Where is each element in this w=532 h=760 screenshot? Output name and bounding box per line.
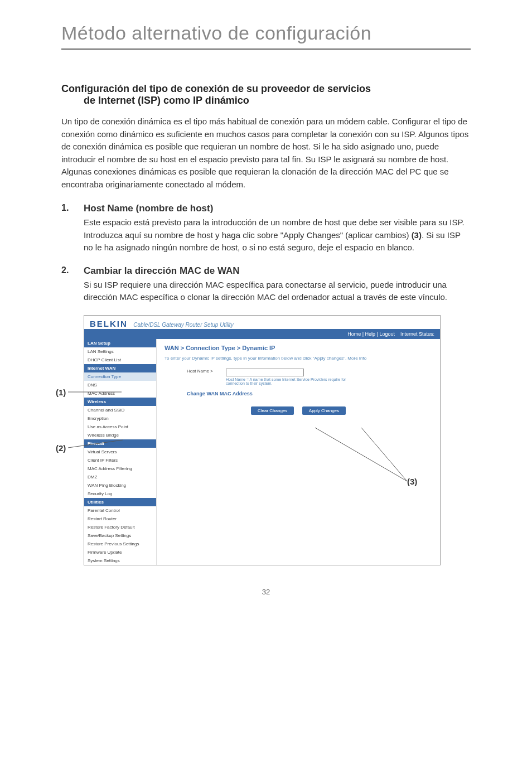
top-bar-links[interactable]: Home | Help | Logout (347, 331, 395, 337)
nav-cat-utilities: Utilities (84, 498, 156, 506)
nav-connection-type[interactable]: Connection Type (84, 372, 156, 381)
nav-virtual-servers[interactable]: Virtual Servers (84, 448, 156, 456)
list-title: Host Name (nombre de host) (84, 203, 471, 214)
info-text: To enter your Dynamic IP settings, type … (165, 356, 432, 361)
nav-wireless-bridge[interactable]: Wireless Bridge (84, 431, 156, 439)
change-mac-link[interactable]: Change WAN MAC Address (187, 391, 432, 396)
page-number: 32 (61, 588, 471, 596)
host-name-row: Host Name > Host Name = A name that some… (165, 369, 432, 385)
nav-dmz[interactable]: DMZ (84, 473, 156, 481)
list-body-pre: Si su ISP requiere una dirección MAC esp… (84, 280, 447, 302)
title-divider (61, 49, 471, 50)
list-body-pre: Este espacio está previsto para la intro… (84, 217, 465, 240)
clear-changes-button[interactable]: Clear Changes (251, 406, 294, 415)
section-heading-sub: de Internet (ISP) como IP dinámico (61, 95, 249, 106)
host-name-input[interactable] (226, 369, 304, 376)
nav-cat-lan: LAN Setup (84, 339, 156, 347)
nav-security-log[interactable]: Security Log (84, 490, 156, 498)
router-body: LAN Setup LAN Settings DHCP Client List … (84, 339, 440, 565)
nav-dhcp-list[interactable]: DHCP Client List (84, 356, 156, 364)
router-main: WAN > Connection Type > Dynamic IP To en… (157, 339, 440, 565)
nav-parental-control[interactable]: Parental Control (84, 506, 156, 515)
host-name-hint: Host Name = A name that some Internet Se… (226, 377, 365, 385)
nav-cat-wan: Internet WAN (84, 364, 156, 372)
list-content: Cambiar la dirección MAC de WAN Si su IS… (84, 265, 471, 304)
list-title: Cambiar la dirección MAC de WAN (84, 265, 471, 277)
callout-3: (3) (407, 477, 417, 486)
router-ui: BELKIN Cable/DSL Gateway Router Setup Ut… (84, 315, 441, 565)
nav-save-backup[interactable]: Save/Backup Settings (84, 531, 156, 540)
nav-channel-ssid[interactable]: Channel and SSID (84, 406, 156, 414)
internet-status-label: Internet Status: (400, 331, 434, 337)
list-item-2: 2. Cambiar la dirección MAC de WAN Si su… (61, 265, 471, 304)
section-heading-main: Configuración del tipo de conexión de su… (61, 83, 371, 94)
nav-cat-wireless: Wireless (84, 398, 156, 406)
callout-2: (2) (56, 443, 66, 453)
nav-cat-firewall: Firewall (84, 439, 156, 448)
intro-paragraph: Un tipo de conexión dinámica es el tipo … (61, 115, 471, 191)
router-header: BELKIN Cable/DSL Gateway Router Setup Ut… (84, 316, 440, 329)
list-number: 1. (61, 203, 84, 254)
router-screenshot: (1) (2) (3) BELKIN Cable/DSL Gateway Rou… (50, 315, 471, 565)
router-top-bar: Home | Help | Logout Internet Status: (84, 329, 440, 339)
nav-restore-previous[interactable]: Restore Previous Settings (84, 540, 156, 548)
list-number: 2. (61, 265, 84, 304)
nav-mac-filtering[interactable]: MAC Address Filtering (84, 464, 156, 473)
nav-system-settings[interactable]: System Settings (84, 556, 156, 565)
apply-changes-button[interactable]: Apply Changes (302, 406, 346, 415)
router-nav: LAN Setup LAN Settings DHCP Client List … (84, 339, 157, 565)
nav-access-point[interactable]: Use as Access Point (84, 423, 156, 431)
nav-firmware-update[interactable]: Firmware Update (84, 548, 156, 556)
nav-client-ip-filters[interactable]: Client IP Filters (84, 456, 156, 464)
nav-restore-factory[interactable]: Restore Factory Default (84, 523, 156, 531)
nav-lan-settings[interactable]: LAN Settings (84, 347, 156, 356)
router-tagline: Cable/DSL Gateway Router Setup Utility (133, 322, 233, 328)
button-row: Clear Changes Apply Changes (165, 406, 432, 415)
belkin-logo: BELKIN (90, 319, 128, 328)
list-body: Este espacio está previsto para la intro… (84, 216, 471, 254)
callout-1: (1) (56, 388, 66, 397)
host-name-field-wrap: Host Name = A name that some Internet Se… (226, 369, 365, 385)
nav-encryption[interactable]: Encryption (84, 414, 156, 423)
nav-wan-ping-blocking[interactable]: WAN Ping Blocking (84, 481, 156, 490)
nav-mac-address[interactable]: MAC Address (84, 389, 156, 398)
list-content: Host Name (nombre de host) Este espacio … (84, 203, 471, 254)
breadcrumb: WAN > Connection Type > Dynamic IP (165, 345, 432, 351)
nav-restart-router[interactable]: Restart Router (84, 515, 156, 523)
list-body-bold: (3) (412, 230, 422, 240)
list-body: Si su ISP requiere una dirección MAC esp… (84, 279, 471, 304)
list-item-1: 1. Host Name (nombre de host) Este espac… (61, 203, 471, 254)
section-heading: Configuración del tipo de conexión de su… (61, 83, 471, 107)
page-title: Método alternativo de configuración (61, 22, 471, 44)
host-name-label: Host Name > (165, 369, 226, 374)
nav-dns[interactable]: DNS (84, 381, 156, 389)
